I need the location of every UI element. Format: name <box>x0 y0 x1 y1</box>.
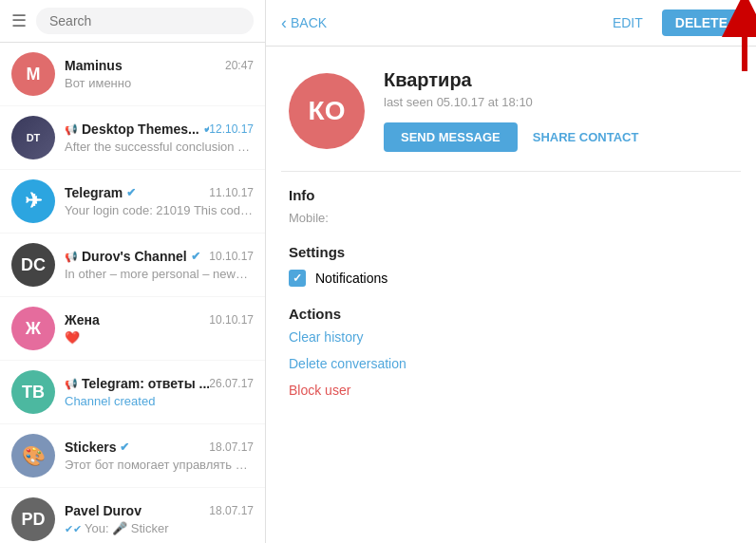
hamburger-icon[interactable]: ☰ <box>11 10 27 31</box>
chat-time-telegram: 11.10.17 <box>209 186 254 199</box>
info-title: Info <box>289 187 733 203</box>
chat-preview-desktop-themes: After the successful conclusion of... <box>65 140 254 154</box>
left-panel: ☰ MMaminus20:47Вот именноDT📢 Desktop The… <box>0 0 266 543</box>
profile-actions: SEND MESSAGE SHARE CONTACT <box>384 122 733 152</box>
back-button[interactable]: ‹ BACK <box>281 14 327 31</box>
chat-name-maminus: Maminus <box>65 58 123 73</box>
right-panel: ‹ BACK EDIT DELETE КО Квартира last seen… <box>266 0 756 543</box>
chat-item-maminus[interactable]: MMaminus20:47Вот именно <box>0 43 265 106</box>
chat-name-pavel-durov: Pavel Durov <box>65 503 142 518</box>
delete-button[interactable]: DELETE <box>662 9 741 36</box>
chat-info-telegram-otvety: 📢 Telegram: ответы ...26.07.17Channel cr… <box>65 376 254 408</box>
chat-name-durovs-channel: 📢 Durov's Channel ✔ <box>65 249 200 264</box>
chat-preview-zhena: ❤️ <box>65 330 254 345</box>
avatar-maminus: M <box>11 52 55 96</box>
chat-time-telegram-otvety: 26.07.17 <box>209 377 254 390</box>
avatar-telegram-otvety: ТВ <box>11 370 55 414</box>
right-header: ‹ BACK EDIT DELETE <box>266 0 756 47</box>
chat-preview-maminus: Вот именно <box>65 76 254 90</box>
chat-name-stickers: Stickers ✔ <box>65 440 129 455</box>
settings-section: Settings Notifications <box>266 240 756 302</box>
avatar-zhena: Ж <box>11 307 55 350</box>
chat-name-telegram-otvety: 📢 Telegram: ответы ... <box>65 376 209 391</box>
settings-title: Settings <box>289 244 733 260</box>
block-user-link[interactable]: Block user <box>289 383 733 398</box>
avatar-pavel-durov: PD <box>11 497 55 541</box>
chat-info-maminus: Maminus20:47Вот именно <box>65 58 254 90</box>
back-label: BACK <box>291 15 327 30</box>
chat-time-pavel-durov: 18.07.17 <box>209 504 254 517</box>
avatar-durovs-channel: DC <box>11 243 55 287</box>
chat-info-durovs-channel: 📢 Durov's Channel ✔10.10.17In other – mo… <box>65 249 254 281</box>
chat-name-zhena: Жена <box>65 312 100 328</box>
chat-item-telegram[interactable]: ✈Telegram ✔11.10.17Your login code: 2101… <box>0 170 265 234</box>
chat-info-pavel-durov: Pavel Durov18.07.17✔✔ You: 🎤 Sticker <box>65 503 254 535</box>
chat-item-stickers[interactable]: 🎨Stickers ✔18.07.17Этот бот помогает упр… <box>0 424 265 488</box>
chat-time-stickers: 18.07.17 <box>209 440 254 454</box>
chat-preview-pavel-durov: ✔✔ You: 🎤 Sticker <box>65 521 254 535</box>
top-bar: ☰ <box>0 0 265 43</box>
chat-time-durovs-channel: 10.10.17 <box>209 250 254 263</box>
chat-info-desktop-themes: 📢 Desktop Themes... ✔12.10.17After the s… <box>65 122 254 154</box>
chat-info-telegram: Telegram ✔11.10.17Your login code: 21019… <box>65 185 254 217</box>
chat-item-pavel-durov[interactable]: PDPavel Durov18.07.17✔✔ You: 🎤 Sticker <box>0 488 265 543</box>
actions-title: Actions <box>289 306 733 322</box>
chat-name-desktop-themes: 📢 Desktop Themes... ✔ <box>65 122 209 137</box>
chat-preview-durovs-channel: In other – more personal – news, ... <box>65 267 254 281</box>
edit-button[interactable]: EDIT <box>605 11 651 34</box>
back-arrow-icon: ‹ <box>281 14 287 31</box>
chat-item-telegram-otvety[interactable]: ТВ📢 Telegram: ответы ...26.07.17Channel … <box>0 361 265 424</box>
chat-time-desktop-themes: 12.10.17 <box>209 122 254 136</box>
search-input[interactable] <box>36 8 254 34</box>
chat-item-desktop-themes[interactable]: DT📢 Desktop Themes... ✔12.10.17After the… <box>0 106 265 170</box>
chat-item-zhena[interactable]: ЖЖена10.10.17❤️ <box>0 297 265 361</box>
notifications-checkbox[interactable] <box>289 270 306 287</box>
chat-preview-stickers: Этот бот помогает управлять ст... <box>65 458 254 472</box>
notifications-row: Notifications <box>289 270 733 287</box>
chat-item-durovs-channel[interactable]: DC📢 Durov's Channel ✔10.10.17In other – … <box>0 234 265 297</box>
avatar-stickers: 🎨 <box>11 434 55 477</box>
profile-avatar: КО <box>289 73 365 149</box>
profile-status: last seen 05.10.17 at 18:10 <box>384 95 733 109</box>
clear-history-link[interactable]: Clear history <box>289 329 733 345</box>
chat-time-maminus: 20:47 <box>225 59 254 72</box>
mobile-label: Mobile: <box>289 211 733 225</box>
chat-list: MMaminus20:47Вот именноDT📢 Desktop Theme… <box>0 43 265 543</box>
chat-preview-telegram-otvety: Channel created <box>65 394 254 408</box>
notifications-label: Notifications <box>315 271 387 286</box>
delete-conversation-link[interactable]: Delete conversation <box>289 356 733 371</box>
chat-preview-telegram: Your login code: 21019 This code ... <box>65 203 254 217</box>
chat-time-zhena: 10.10.17 <box>209 313 254 327</box>
actions-section: Actions Clear history Delete conversatio… <box>266 302 756 413</box>
info-section: Info Mobile: <box>266 172 756 240</box>
avatar-telegram: ✈ <box>11 179 55 223</box>
send-message-button[interactable]: SEND MESSAGE <box>384 122 518 152</box>
profile-name: Квартира <box>384 69 733 91</box>
chat-name-telegram: Telegram ✔ <box>65 185 136 200</box>
profile-section: КО Квартира last seen 05.10.17 at 18:10 … <box>266 47 756 171</box>
chat-info-zhena: Жена10.10.17❤️ <box>65 312 254 345</box>
share-contact-button[interactable]: SHARE CONTACT <box>533 130 639 144</box>
chat-info-stickers: Stickers ✔18.07.17Этот бот помогает упра… <box>65 440 254 472</box>
avatar-desktop-themes: DT <box>11 116 55 159</box>
profile-info: Квартира last seen 05.10.17 at 18:10 SEN… <box>384 69 733 152</box>
